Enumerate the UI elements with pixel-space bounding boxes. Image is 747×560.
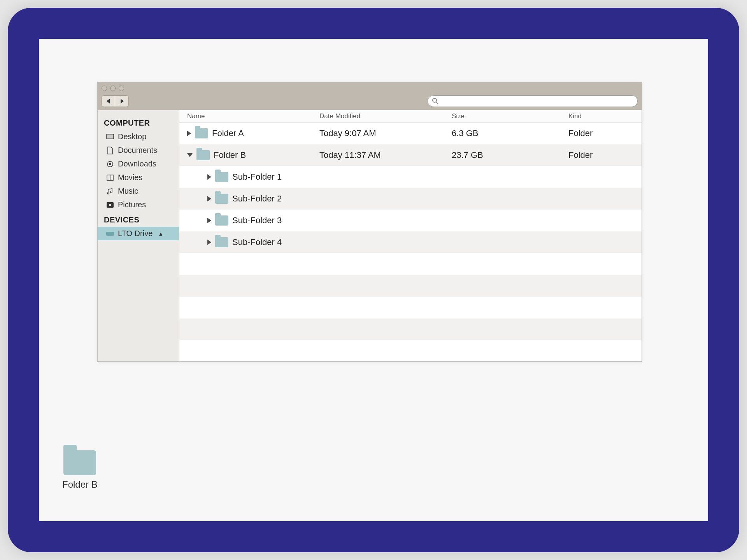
table-row-empty [179, 253, 642, 275]
sidebar-item-label: Documents [118, 146, 157, 155]
row-kind: Folder [568, 128, 642, 138]
pictures-icon [106, 201, 114, 209]
search-input[interactable] [441, 98, 633, 105]
row-kind: Folder [568, 150, 642, 160]
svg-line-3 [436, 102, 438, 104]
svg-point-2 [433, 98, 437, 102]
table-row[interactable]: Sub-Folder 4 [179, 231, 642, 253]
table-row-empty [179, 297, 642, 318]
column-header-size[interactable]: Size [452, 112, 568, 120]
svg-point-11 [109, 204, 111, 206]
minimize-icon[interactable] [110, 86, 116, 91]
column-header-date[interactable]: Date Modified [319, 112, 452, 120]
sidebar-section-devices: DEVICES [98, 212, 179, 227]
row-name: Sub-Folder 4 [232, 237, 282, 247]
window-body: COMPUTER Desktop Documents [98, 110, 642, 361]
eject-icon[interactable]: ▲ [158, 231, 163, 237]
sidebar-item-label: Music [118, 187, 138, 196]
file-list: Name Date Modified Size Kind Folder ATod… [179, 110, 642, 361]
chevron-right-icon[interactable] [187, 131, 191, 136]
row-name: Sub-Folder 1 [232, 172, 282, 182]
back-button[interactable] [102, 96, 115, 107]
document-icon [106, 147, 114, 154]
chevron-right-icon[interactable] [207, 196, 211, 201]
row-name: Sub-Folder 3 [232, 215, 282, 226]
row-name: Sub-Folder 2 [232, 194, 282, 204]
drive-icon [106, 230, 114, 238]
row-date: Today 11:37 AM [319, 150, 452, 160]
column-headers: Name Date Modified Size Kind [179, 110, 642, 122]
desktop-icon [106, 133, 114, 141]
svg-marker-0 [107, 99, 110, 103]
zoom-icon[interactable] [119, 86, 124, 91]
desktop[interactable]: COMPUTER Desktop Documents [39, 39, 708, 521]
sidebar-item-pictures[interactable]: Pictures [98, 198, 179, 212]
desktop-folder-label: Folder B [62, 479, 98, 490]
finder-window: COMPUTER Desktop Documents [97, 82, 642, 362]
sidebar-item-label: Desktop [118, 132, 146, 141]
sidebar-item-label: Downloads [118, 159, 156, 168]
table-row-empty [179, 340, 642, 361]
chevron-right-icon[interactable] [207, 218, 211, 223]
svg-rect-5 [107, 135, 113, 138]
table-row-empty [179, 275, 642, 297]
sidebar: COMPUTER Desktop Documents [98, 110, 179, 361]
downloads-icon [106, 160, 114, 168]
row-name: Folder A [212, 128, 244, 138]
row-size: 6.3 GB [452, 128, 568, 138]
row-date: Today 9:07 AM [319, 128, 452, 138]
music-icon [106, 187, 114, 195]
chevron-down-icon[interactable] [187, 153, 193, 157]
movies-icon [106, 174, 114, 182]
column-header-name[interactable]: Name [179, 112, 319, 120]
sidebar-item-downloads[interactable]: Downloads [98, 157, 179, 171]
folder-icon [215, 194, 228, 204]
table-row[interactable]: Sub-Folder 3 [179, 210, 642, 231]
sidebar-item-music[interactable]: Music [98, 184, 179, 198]
folder-icon [196, 150, 210, 160]
sidebar-item-lto-drive[interactable]: LTO Drive ▲ [98, 227, 179, 240]
table-row[interactable]: Folder AToday 9:07 AM6.3 GBFolder [179, 122, 642, 144]
table-row[interactable]: Sub-Folder 1 [179, 166, 642, 188]
table-row[interactable]: Folder BToday 11:37 AM23.7 GBFolder [179, 144, 642, 166]
file-rows: Folder AToday 9:07 AM6.3 GBFolderFolder … [179, 122, 642, 361]
folder-icon [215, 237, 228, 247]
nav-buttons [102, 95, 129, 107]
outer-frame: COMPUTER Desktop Documents [8, 8, 739, 552]
table-row-empty [179, 318, 642, 340]
sidebar-item-movies[interactable]: Movies [98, 171, 179, 184]
row-name: Folder B [214, 150, 246, 160]
desktop-folder-folder-b[interactable]: ↖ Folder B [62, 450, 98, 490]
sidebar-item-label: Pictures [118, 200, 146, 209]
traffic-lights [102, 86, 124, 91]
sidebar-item-documents[interactable]: Documents [98, 144, 179, 157]
forward-button[interactable] [115, 96, 128, 107]
sidebar-item-label: LTO Drive [118, 229, 153, 238]
folder-icon [215, 215, 228, 226]
table-row[interactable]: Sub-Folder 2 [179, 188, 642, 210]
folder-icon [215, 172, 228, 182]
folder-icon [63, 450, 96, 475]
sidebar-section-computer: COMPUTER [98, 115, 179, 130]
chevron-right-icon[interactable] [207, 174, 211, 180]
svg-marker-1 [121, 99, 124, 103]
folder-icon [195, 128, 208, 138]
window-titlebar [98, 82, 642, 110]
sidebar-item-label: Movies [118, 173, 142, 182]
svg-rect-12 [106, 232, 114, 236]
svg-point-7 [109, 163, 111, 165]
row-size: 23.7 GB [452, 150, 568, 160]
search-field[interactable] [428, 95, 638, 107]
column-header-kind[interactable]: Kind [568, 112, 642, 120]
sidebar-item-desktop[interactable]: Desktop [98, 130, 179, 144]
close-icon[interactable] [102, 86, 107, 91]
chevron-right-icon[interactable] [207, 240, 211, 245]
search-icon [432, 98, 439, 105]
